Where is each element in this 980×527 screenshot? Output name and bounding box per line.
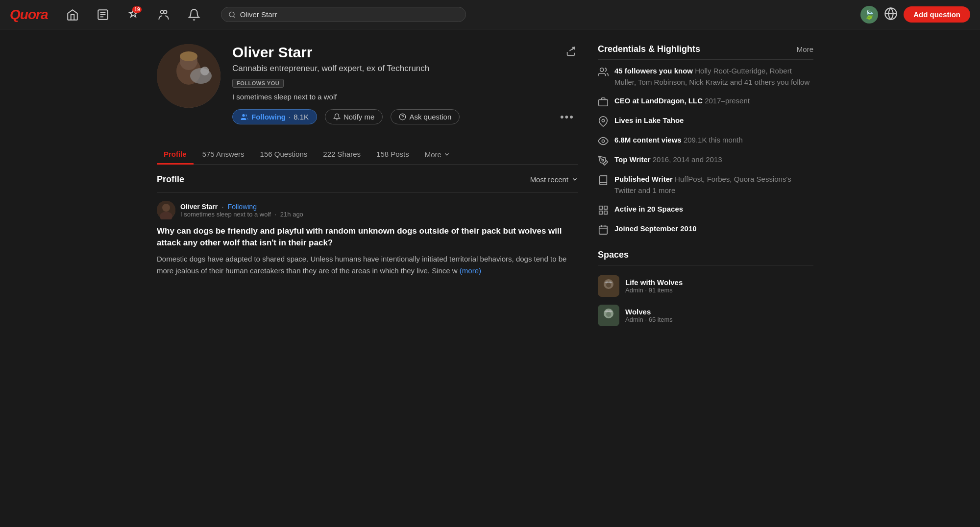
share-icon	[565, 46, 576, 57]
svg-point-35	[606, 283, 611, 287]
svg-point-18	[162, 204, 170, 212]
search-input[interactable]	[240, 10, 459, 19]
cred-job-title: CEO at LandDragon, LLC	[614, 96, 703, 105]
profile-name: Oliver Starr	[232, 44, 429, 61]
svg-point-24	[602, 159, 604, 161]
svg-point-20	[600, 68, 604, 72]
avatar-wrap	[157, 44, 220, 108]
space-info-wolves: Wolves Admin · 65 items	[625, 308, 673, 323]
ask-icon	[399, 113, 406, 120]
svg-point-23	[602, 140, 605, 143]
page-layout: Oliver Starr Cannabis entrepreneur, wolf…	[147, 29, 833, 345]
answers-nav-button[interactable]	[94, 5, 112, 24]
ask-question-button[interactable]: Ask question	[391, 109, 460, 124]
home-nav-button[interactable]	[63, 5, 82, 24]
following-nav-button[interactable]: 19	[124, 5, 143, 24]
community-nav-button[interactable]	[154, 5, 173, 24]
post-card: Oliver Starr · Following I sometimes sle…	[157, 192, 578, 277]
tab-profile[interactable]: Profile	[157, 145, 194, 165]
post-avatar	[157, 201, 175, 219]
svg-point-4	[161, 10, 164, 13]
leaf-icon-button[interactable]: 🍃	[860, 6, 878, 24]
svg-rect-27	[604, 211, 607, 214]
search-icon	[228, 11, 236, 19]
space-info-wolves-life: Life with Wolves Admin · 91 items	[625, 278, 683, 294]
post-meta: I sometimes sleep next to a wolf · 21h a…	[180, 211, 578, 218]
spaces-title: Spaces	[598, 250, 813, 265]
space-item-wolves-life[interactable]: Life with Wolves Admin · 91 items	[598, 271, 813, 301]
post-title[interactable]: Why can dogs be friendly and playful wit…	[157, 225, 578, 249]
cred-job: CEO at LandDragon, LLC 2017–present	[598, 96, 813, 107]
cred-followers-label: 45 followers you know	[614, 67, 693, 75]
svg-rect-29	[599, 226, 608, 235]
location-icon	[598, 116, 609, 127]
more-options-button[interactable]: •••	[556, 109, 578, 125]
notifications-nav-button[interactable]	[185, 5, 203, 24]
tab-posts[interactable]: 158 Posts	[369, 145, 416, 165]
tab-answers[interactable]: 575 Answers	[196, 145, 251, 165]
cred-writer-label: Top Writer	[614, 155, 651, 164]
svg-rect-26	[604, 206, 607, 209]
space-name-wolves-life: Life with Wolves	[625, 278, 683, 287]
sort-chevron-icon	[571, 176, 578, 183]
users-icon	[598, 67, 609, 77]
post-author-name: Oliver Starr · Following	[180, 202, 578, 211]
cred-top-writer: Top Writer 2016, 2014 and 2013	[598, 154, 813, 166]
following-icon	[241, 113, 248, 121]
space-avatar-wolves-life	[598, 275, 619, 297]
cred-published: Published Writer HuffPost, Forbes, Quora…	[598, 174, 813, 196]
cred-spaces-label: Active in 20 Spaces	[614, 205, 683, 213]
space-item-wolves[interactable]: Wolves Admin · 65 items	[598, 301, 813, 330]
cred-published-label: Published Writer	[614, 175, 673, 183]
credentials-more[interactable]: More	[797, 45, 813, 53]
tabs-row: Profile 575 Answers 156 Questions 222 Sh…	[157, 145, 578, 165]
svg-line-7	[234, 16, 235, 17]
briefcase-icon	[598, 96, 609, 107]
tab-questions[interactable]: 156 Questions	[253, 145, 315, 165]
nav-right: 🍃 Add question	[860, 6, 970, 24]
action-row: Following · 8.1K Notify me	[232, 109, 578, 125]
profile-bio: I sometimes sleep next to a wolf	[232, 93, 429, 101]
post-more-link[interactable]: (more)	[460, 266, 481, 275]
following-button[interactable]: Following · 8.1K	[232, 109, 317, 124]
profile-tagline: Cannabis entrepreneur, wolf expert, ex o…	[232, 63, 429, 74]
sidebar: Credentials & Highlights More 45 followe…	[598, 44, 813, 330]
share-button[interactable]	[564, 44, 578, 60]
profile-info: Oliver Starr Cannabis entrepreneur, wolf…	[232, 44, 429, 109]
quora-logo[interactable]: Quora	[10, 7, 48, 23]
notify-button[interactable]: Notify me	[325, 109, 383, 124]
svg-rect-25	[599, 206, 602, 209]
cred-views-count: 6.8M content views	[614, 136, 682, 144]
profile-header: Oliver Starr Cannabis entrepreneur, wolf…	[157, 44, 578, 135]
search-bar[interactable]	[221, 7, 466, 22]
calendar-icon	[598, 224, 609, 235]
cred-spaces-active: Active in 20 Spaces	[598, 204, 813, 216]
svg-point-14	[200, 67, 209, 75]
cred-location-text: Lives in Lake Tahoe	[614, 116, 684, 124]
cred-followers: 45 followers you know Holly Root-Gutteri…	[598, 66, 813, 88]
follows-you-badge: FOLLOWS YOU	[232, 79, 284, 88]
pen-icon	[598, 155, 609, 166]
cred-location: Lives in Lake Tahoe	[598, 115, 813, 127]
cred-joined-date: Joined September 2010	[614, 224, 697, 233]
globe-button[interactable]	[884, 7, 898, 22]
following-badge: 19	[132, 6, 142, 13]
avatar	[157, 44, 220, 108]
cred-joined: Joined September 2010	[598, 223, 813, 235]
space-meta-wolves-life: Admin · 91 items	[625, 287, 683, 294]
cred-writer-years: 2016, 2014 and 2013	[653, 155, 722, 164]
add-question-button[interactable]: Add question	[904, 6, 970, 23]
svg-point-15	[180, 51, 197, 61]
credentials-list: 45 followers you know Holly Root-Gutteri…	[598, 66, 813, 235]
credentials-header: Credentials & Highlights More	[598, 44, 813, 60]
svg-point-22	[602, 119, 605, 122]
post-author-row: Oliver Starr · Following I sometimes sle…	[157, 201, 578, 219]
most-recent-button[interactable]: Most recent	[530, 175, 578, 184]
svg-point-6	[229, 12, 234, 17]
tab-shares[interactable]: 222 Shares	[316, 145, 368, 165]
tab-more[interactable]: More	[418, 145, 457, 164]
space-avatar-wolves	[598, 305, 619, 326]
cred-views: 6.8M content views 209.1K this month	[598, 135, 813, 146]
book-icon	[598, 175, 609, 186]
post-body: Domestic dogs have adapted to shared spa…	[157, 253, 578, 277]
